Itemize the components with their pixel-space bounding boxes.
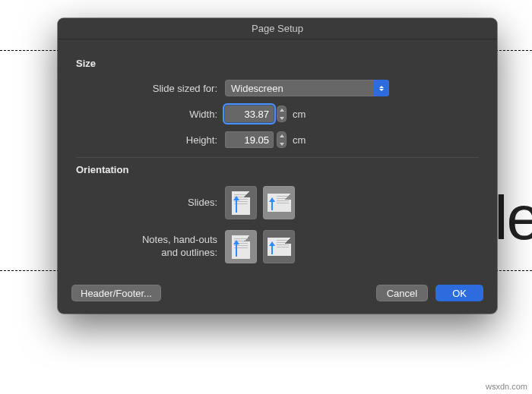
- slide-sized-for-value: Widescreen: [231, 83, 283, 94]
- notes-portrait-button[interactable]: [225, 230, 257, 263]
- width-input[interactable]: [225, 106, 274, 122]
- portrait-page-icon: [232, 191, 250, 215]
- width-unit: cm: [293, 109, 306, 120]
- orientation-section-label: Orientation: [76, 164, 479, 175]
- height-unit: cm: [293, 134, 306, 146]
- stepper-down-icon[interactable]: [277, 114, 287, 122]
- width-stepper[interactable]: [277, 106, 287, 122]
- slide-sized-for-select[interactable]: Widescreen: [225, 80, 389, 96]
- height-stepper[interactable]: [277, 131, 287, 148]
- watermark: wsxdn.com: [486, 382, 527, 391]
- landscape-page-icon: [268, 194, 291, 212]
- notes-orientation-label: Notes, hand-outs and outlines:: [76, 234, 225, 260]
- ok-button[interactable]: OK: [435, 285, 483, 301]
- dialog-footer: Header/Footer... Cancel OK: [58, 274, 497, 314]
- slides-orientation-label: Slides:: [76, 197, 225, 210]
- stepper-down-icon[interactable]: [277, 140, 287, 148]
- height-label: Height:: [76, 134, 225, 146]
- landscape-page-icon: [268, 238, 291, 256]
- slides-landscape-button[interactable]: [263, 186, 295, 219]
- page-setup-dialog: Page Setup Size Slide sized for: Widescr…: [58, 18, 497, 314]
- notes-landscape-button[interactable]: [263, 230, 295, 263]
- height-input[interactable]: [225, 131, 274, 148]
- section-divider: [76, 157, 479, 158]
- height-field-group: cm: [225, 131, 306, 148]
- width-field-group: cm: [225, 106, 306, 122]
- stepper-up-icon[interactable]: [277, 106, 287, 114]
- width-label: Width:: [76, 109, 225, 120]
- dialog-title: Page Setup: [58, 18, 497, 39]
- slide-sized-for-label: Slide sized for:: [76, 83, 225, 94]
- cancel-button[interactable]: Cancel: [376, 285, 428, 301]
- slides-portrait-button[interactable]: [225, 186, 257, 219]
- header-footer-button[interactable]: Header/Footer...: [71, 285, 161, 301]
- stepper-up-icon[interactable]: [277, 131, 287, 140]
- dropdown-arrows-icon: [374, 80, 389, 96]
- size-section-label: Size: [76, 58, 479, 69]
- portrait-page-icon: [232, 235, 250, 259]
